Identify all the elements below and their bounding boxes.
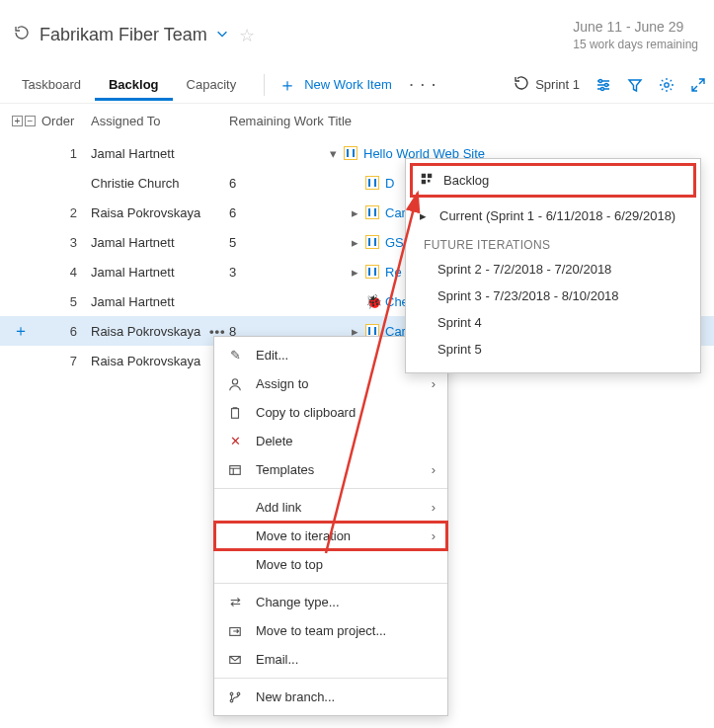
collapse-all-icon[interactable]: − xyxy=(25,116,36,126)
svg-rect-5 xyxy=(232,408,239,418)
menu-move-to-team-project[interactable]: Move to team project... xyxy=(214,616,447,645)
work-item-title[interactable]: D xyxy=(385,176,394,191)
new-work-item-label: New Work Item xyxy=(304,77,392,92)
chevron-down-icon[interactable] xyxy=(215,25,229,45)
refresh-icon xyxy=(14,25,30,45)
svg-point-1 xyxy=(605,83,608,86)
svg-point-10 xyxy=(230,699,233,702)
iteration-flyout: Backlog ▸ Current (Sprint 1 - 6/11/2018 … xyxy=(405,158,701,373)
bug-icon: 🐞 xyxy=(365,294,379,308)
column-header-remaining[interactable]: Remaining Work xyxy=(229,114,328,128)
order-cell: 7 xyxy=(41,354,91,368)
remaining-cell: 6 xyxy=(229,205,328,220)
backlog-icon xyxy=(420,172,434,189)
caret-right-icon[interactable]: ▸ xyxy=(350,205,359,220)
delete-icon: ✕ xyxy=(226,434,244,448)
iteration-backlog[interactable]: Backlog xyxy=(412,165,694,196)
sprint-picker[interactable]: Sprint 1 xyxy=(514,75,580,94)
menu-email[interactable]: Email... xyxy=(214,645,447,674)
remaining-days-text: 15 work days remaining xyxy=(573,37,698,52)
menu-move-to-iteration[interactable]: Move to iteration › xyxy=(214,522,447,550)
order-cell: 1 xyxy=(41,146,91,161)
team-title[interactable]: Fabrikam Fiber Team ☆ xyxy=(14,25,255,46)
more-actions-button[interactable]: · · · xyxy=(410,77,437,92)
caret-right-icon[interactable]: ▸ xyxy=(350,265,359,280)
move-project-icon xyxy=(226,624,244,638)
iteration-sprint-5[interactable]: Sprint 5 xyxy=(406,336,700,363)
gear-icon[interactable] xyxy=(659,77,674,93)
caret-down-icon[interactable]: ▾ xyxy=(328,146,338,161)
future-iterations-header: FUTURE ITERATIONS xyxy=(406,230,700,256)
order-cell: 3 xyxy=(41,235,91,250)
task-icon xyxy=(365,176,379,190)
svg-rect-14 xyxy=(422,180,426,184)
work-item-context-menu: ✎ Edit... Assign to › Copy to clipboard … xyxy=(213,336,448,716)
favorite-star-icon[interactable]: ☆ xyxy=(239,25,255,46)
tab-backlog[interactable]: Backlog xyxy=(95,68,173,101)
branch-icon xyxy=(226,690,244,704)
mail-icon xyxy=(226,653,244,667)
chevron-right-icon: › xyxy=(432,462,436,477)
menu-new-branch[interactable]: New branch... xyxy=(214,683,447,711)
iteration-sprint-2[interactable]: Sprint 2 - 7/2/2018 - 7/20/2018 xyxy=(406,256,700,283)
column-header-order[interactable]: Order xyxy=(41,114,91,128)
remaining-cell: 3 xyxy=(229,265,328,280)
menu-assign-to[interactable]: Assign to › xyxy=(214,369,447,398)
clipboard-icon xyxy=(226,406,244,420)
svg-point-11 xyxy=(237,692,240,695)
svg-point-4 xyxy=(232,378,237,383)
assigned-to-cell: Christie Church xyxy=(91,176,229,191)
tab-capacity[interactable]: Capacity xyxy=(173,68,251,101)
order-cell: 5 xyxy=(41,294,91,309)
svg-rect-13 xyxy=(428,174,432,178)
order-cell: 6 xyxy=(41,324,91,339)
menu-delete[interactable]: ✕ Delete xyxy=(214,427,447,455)
menu-move-to-top[interactable]: Move to top xyxy=(214,550,447,579)
templates-icon xyxy=(226,463,244,477)
svg-point-9 xyxy=(230,692,233,695)
date-range-text: June 11 - June 29 xyxy=(573,18,698,37)
task-icon xyxy=(365,265,379,279)
svg-point-2 xyxy=(601,87,604,90)
plus-icon: ＋ xyxy=(278,73,296,97)
expand-all-icon[interactable]: + xyxy=(12,116,23,126)
chevron-right-icon: › xyxy=(432,376,436,391)
column-header-title[interactable]: Title xyxy=(328,114,714,128)
caret-right-icon[interactable]: ▸ xyxy=(350,235,359,250)
task-icon xyxy=(365,205,379,219)
menu-copy[interactable]: Copy to clipboard xyxy=(214,398,447,427)
new-work-item-button[interactable]: ＋ New Work Item xyxy=(278,73,392,97)
work-item-title[interactable]: Re xyxy=(385,265,402,280)
add-child-icon[interactable]: ＋ xyxy=(13,322,29,339)
settings-sliders-icon[interactable] xyxy=(595,77,611,93)
remaining-cell: 6 xyxy=(229,176,328,191)
iteration-current[interactable]: ▸ Current (Sprint 1 - 6/11/2018 - 6/29/2… xyxy=(406,202,700,230)
menu-add-link[interactable]: Add link › xyxy=(214,493,447,522)
expand-collapse-controls[interactable]: + − xyxy=(0,116,41,126)
assigned-to-cell: Jamal Hartnett xyxy=(91,294,229,309)
caret-right-icon: ▸ xyxy=(420,208,430,223)
remaining-cell: 5 xyxy=(229,235,328,250)
iteration-sprint-3[interactable]: Sprint 3 - 7/23/2018 - 8/10/2018 xyxy=(406,283,700,309)
column-header-assigned[interactable]: Assigned To xyxy=(91,114,229,128)
filter-icon[interactable] xyxy=(627,77,643,93)
sprint-label: Sprint 1 xyxy=(535,77,580,92)
assigned-to-cell: Jamal Hartnett xyxy=(91,146,229,161)
tab-taskboard[interactable]: Taskboard xyxy=(8,68,95,101)
iteration-date-summary: June 11 - June 29 15 work days remaining xyxy=(573,18,698,52)
divider xyxy=(264,74,265,96)
chevron-right-icon: › xyxy=(432,528,436,543)
menu-change-type[interactable]: ⇄ Change type... xyxy=(214,588,447,616)
menu-templates[interactable]: Templates › xyxy=(214,455,447,484)
assigned-to-cell: Jamal Hartnett xyxy=(91,265,229,280)
assigned-to-cell: Jamal Hartnett xyxy=(91,235,229,250)
iteration-sprint-4[interactable]: Sprint 4 xyxy=(406,309,700,336)
order-cell: 2 xyxy=(41,205,91,220)
team-name-text: Fabrikam Fiber Team xyxy=(40,25,207,45)
person-icon xyxy=(226,377,244,391)
task-icon xyxy=(365,235,379,249)
pencil-icon: ✎ xyxy=(226,348,244,363)
svg-rect-12 xyxy=(422,174,426,178)
assigned-to-cell: Raisa Pokrovskaya ••• xyxy=(91,324,229,339)
fullscreen-icon[interactable] xyxy=(690,77,706,93)
